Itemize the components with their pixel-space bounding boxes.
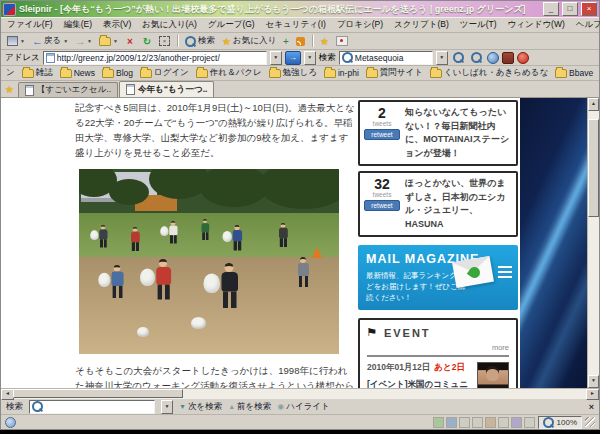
status-icon[interactable] bbox=[459, 417, 470, 428]
menu-security[interactable]: セキュリティ(I) bbox=[266, 19, 326, 31]
scroll-right-button[interactable]: ► bbox=[586, 389, 599, 400]
status-icon[interactable] bbox=[524, 417, 535, 428]
url-input[interactable]: http://greenz.jp/2009/12/23/another-proj… bbox=[43, 51, 267, 65]
link-item[interactable]: 質問サイト bbox=[366, 67, 423, 79]
article-photo bbox=[79, 169, 339, 354]
event-thumbnail bbox=[477, 362, 509, 388]
menu-view[interactable]: 表示(V) bbox=[103, 19, 131, 31]
find-close-button[interactable]: × bbox=[589, 402, 594, 412]
forward-button[interactable]: →▼ bbox=[73, 35, 94, 48]
link-item[interactable]: 雑誌 bbox=[22, 67, 53, 79]
status-icon[interactable] bbox=[511, 417, 522, 428]
title-bar[interactable]: Sleipnir - [今年も“もう一つ”が熱い！出場校最多で盛り上がるもう一つ… bbox=[1, 1, 599, 17]
horizontal-scroll-thumb[interactable] bbox=[13, 389, 183, 398]
link-item[interactable]: 作れ＆パクレ bbox=[196, 67, 262, 79]
ranking-item[interactable]: 2 tweets retweet 知らないなんてもったいない！？毎日新聞社内に、… bbox=[358, 100, 518, 166]
dropdown-icon: ▼ bbox=[20, 38, 25, 44]
resize-grip[interactable] bbox=[585, 417, 595, 427]
vertical-scrollbar[interactable]: ▲ ▼ bbox=[587, 98, 599, 388]
menu-file[interactable]: ファイル(F) bbox=[7, 19, 53, 31]
zoom-button[interactable] bbox=[469, 51, 484, 64]
tab-current-article[interactable]: 今年も“もう一つ.. bbox=[119, 81, 214, 97]
ranking-title[interactable]: ほっとかない、世界のまずしさ。日本初のエシカル・ジュエリー、HASUNA bbox=[405, 177, 512, 231]
link-item[interactable]: News bbox=[60, 68, 95, 78]
menu-favorites[interactable]: お気に入り(A) bbox=[142, 19, 196, 31]
forward-icon: → bbox=[75, 35, 85, 47]
tab-excel-article[interactable]: 【すごいエクセル.. bbox=[18, 82, 118, 97]
link-item[interactable]: くいしばれ・あきらめるな bbox=[430, 67, 548, 79]
find-prev-button[interactable]: ▲前を検索 bbox=[228, 401, 271, 413]
find-dropdown[interactable]: ▼ bbox=[161, 400, 173, 414]
favorites-button[interactable]: ★お気に入り bbox=[220, 35, 278, 48]
scroll-down-button[interactable]: ▼ bbox=[588, 375, 599, 388]
menu-edit[interactable]: 編集(E) bbox=[64, 19, 92, 31]
retweet-button[interactable]: retweet bbox=[364, 200, 400, 211]
stop-button[interactable]: × bbox=[123, 35, 137, 48]
mail-magazine-banner[interactable]: MAIL MAGAZINE 最新情報、記事ランキングなどをお届けします！ぜひご購… bbox=[358, 245, 518, 310]
event-more-link[interactable]: more bbox=[367, 343, 509, 352]
scroll-up-button[interactable]: ▲ bbox=[588, 98, 599, 111]
status-icon[interactable] bbox=[485, 417, 496, 428]
event-item[interactable]: 2010年01月12日あと2日 [イベント]米国のコミュニティファイナンスと地域… bbox=[367, 355, 509, 388]
retweet-button[interactable]: retweet bbox=[364, 129, 400, 140]
motion-lines bbox=[498, 263, 512, 281]
search-label: 検索 bbox=[319, 52, 336, 64]
feed-button[interactable] bbox=[294, 35, 307, 48]
find-label: 検索 bbox=[6, 401, 23, 413]
find-next-button[interactable]: ▼次を検索 bbox=[179, 401, 222, 413]
menu-script[interactable]: スクリプト(B) bbox=[394, 19, 449, 31]
status-icon[interactable] bbox=[433, 417, 444, 428]
tab-list-star-icon[interactable]: ★ bbox=[5, 84, 14, 95]
event-title[interactable]: [イベント]米国のコミュニティファイナンスと地域金融@新宿 bbox=[367, 378, 473, 388]
menu-help[interactable]: ヘルプ(H) bbox=[576, 19, 600, 31]
find-input[interactable] bbox=[29, 400, 155, 414]
maximize-button[interactable]: □ bbox=[562, 2, 578, 16]
search-icon bbox=[185, 36, 196, 47]
crop-icon: × bbox=[159, 36, 170, 46]
menu-group[interactable]: グループ(G) bbox=[208, 19, 255, 31]
security-alert-icon[interactable] bbox=[517, 52, 529, 64]
url-dropdown[interactable]: ▼ bbox=[270, 51, 282, 65]
capture-button[interactable]: × bbox=[157, 35, 172, 48]
highlight-button[interactable]: ◉ハイライト bbox=[277, 401, 329, 413]
link-item[interactable]: Blog bbox=[102, 68, 133, 78]
ranking-item[interactable]: 32 tweets retweet ほっとかない、世界のまずしさ。日本初のエシカ… bbox=[358, 171, 518, 237]
ranking-title[interactable]: 知らないなんてもったいない！？毎日新聞社内に、MOTTAINAIステーションが登… bbox=[405, 106, 512, 160]
globe-icon[interactable] bbox=[487, 52, 499, 64]
window-mode-button[interactable]: ▼ bbox=[5, 35, 27, 48]
toolbar-search-input[interactable]: Metasequoia bbox=[339, 51, 433, 65]
link-item[interactable]: ログイン bbox=[140, 67, 189, 79]
status-icon[interactable] bbox=[498, 417, 509, 428]
status-icon[interactable] bbox=[472, 417, 483, 428]
dictionary-icon[interactable] bbox=[502, 52, 514, 64]
link-item[interactable]: in-phi bbox=[324, 68, 359, 78]
dropdown-icon: ▼ bbox=[87, 38, 92, 44]
tweet-count: 2 bbox=[364, 106, 400, 120]
go-dropdown[interactable]: ▼ bbox=[304, 51, 316, 65]
refresh-button[interactable]: ↻ bbox=[140, 35, 154, 48]
menu-window[interactable]: ウィンドウ(W) bbox=[508, 19, 565, 31]
vertical-scroll-thumb[interactable] bbox=[588, 119, 599, 217]
link-item[interactable]: Bbave bbox=[555, 68, 593, 78]
back-button[interactable]: ←戻る▼ bbox=[30, 35, 70, 48]
horizontal-scrollbar[interactable]: ◄ ► bbox=[1, 388, 599, 398]
search-dropdown[interactable]: ▼ bbox=[436, 51, 448, 65]
article-paragraph: 記念すべき5回目は、2010年1月9日(土)～10日(日)。過去最大となる22大… bbox=[75, 100, 357, 160]
dropdown-icon: ▼ bbox=[113, 38, 118, 44]
traffic-cone bbox=[312, 247, 322, 258]
add-favorite-button[interactable]: ★ bbox=[318, 35, 331, 48]
status-icon[interactable] bbox=[446, 417, 457, 428]
close-button[interactable]: × bbox=[581, 2, 597, 16]
locale-button[interactable] bbox=[334, 35, 350, 48]
link-item[interactable]: 勉強しろ bbox=[269, 67, 317, 79]
go-button[interactable]: → bbox=[285, 51, 301, 65]
zoom-control[interactable]: 100% bbox=[538, 416, 582, 429]
browser-window: Sleipnir - [今年も“もう一つ”が熱い！出場校最多で盛り上がるもう一つ… bbox=[0, 0, 600, 430]
add-button[interactable]: + bbox=[281, 35, 291, 48]
menu-proxy[interactable]: プロキシ(P) bbox=[337, 19, 383, 31]
minimize-button[interactable]: _ bbox=[543, 2, 559, 16]
menu-tools[interactable]: ツール(T) bbox=[460, 19, 497, 31]
new-folder-button[interactable]: ▼ bbox=[97, 35, 120, 48]
search-button[interactable]: 検索 bbox=[183, 35, 217, 48]
find-page-button[interactable] bbox=[451, 51, 466, 64]
